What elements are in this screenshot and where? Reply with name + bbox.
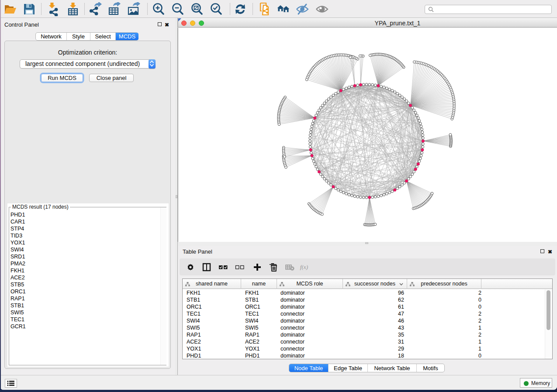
svg-text:f(x): f(x) — [300, 264, 308, 270]
